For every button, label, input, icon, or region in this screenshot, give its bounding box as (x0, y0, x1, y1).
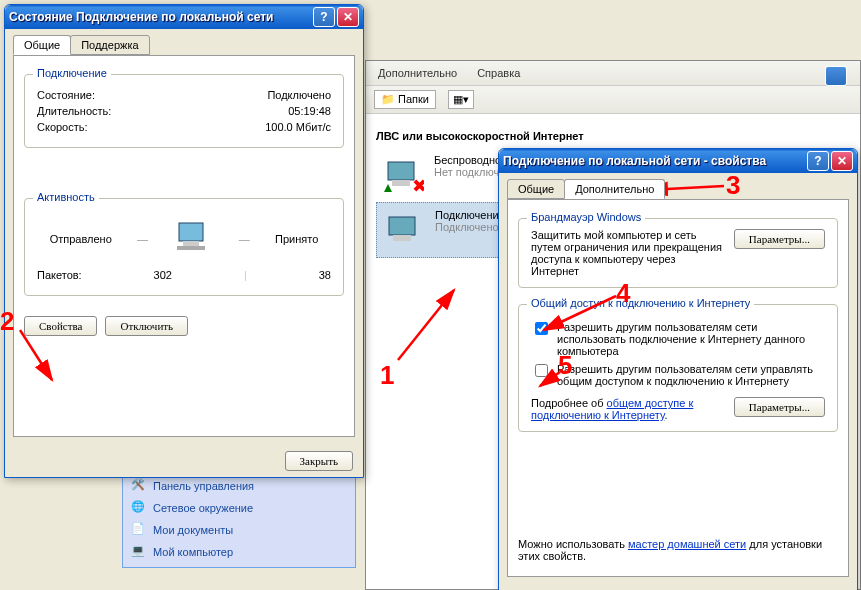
window-title: Состояние Подключение по локальной сети (9, 10, 311, 24)
tab-support[interactable]: Поддержка (70, 35, 149, 55)
checkbox-label: Разрешить другим пользователям сети испо… (557, 321, 825, 357)
annotation-1: 1 (380, 360, 394, 391)
tabs: Общие Поддержка (13, 35, 355, 55)
connection-group: Подключение Состояние:Подключено Длитель… (24, 74, 344, 148)
value: Подключено (267, 89, 331, 101)
close-dialog-button[interactable]: Закрыть (285, 451, 353, 471)
packets-sent: 302 (154, 269, 172, 281)
value: 100.0 Мбит/с (265, 121, 331, 133)
connection-status-window: Состояние Подключение по локальной сети … (4, 4, 364, 478)
help-button[interactable]: ? (313, 7, 335, 27)
allow-share-checkbox[interactable] (535, 322, 548, 335)
packets-label: Пакетов: (37, 269, 82, 281)
group-title: Активность (33, 191, 99, 203)
menu-item[interactable]: Дополнительно (374, 65, 461, 81)
annotation-2: 2 (0, 306, 14, 337)
group-title: Подключение (33, 67, 111, 79)
explorer-toolbar: 📁 Папки ▦▾ (366, 86, 860, 114)
ics-params-button[interactable]: Параметры... (734, 397, 825, 417)
menu-item[interactable]: Справка (473, 65, 524, 81)
sidebar-item-control-panel[interactable]: 🛠️Панель управления (127, 475, 351, 497)
folders-button[interactable]: 📁 Папки (374, 90, 436, 109)
svg-text:✖: ✖ (412, 176, 424, 196)
properties-button[interactable]: Свойства (24, 316, 97, 336)
value: 05:19:48 (288, 105, 331, 117)
disconnect-button[interactable]: Отключить (105, 316, 188, 336)
help-button[interactable]: ? (807, 151, 829, 171)
svg-rect-0 (388, 162, 414, 180)
annotation-5: 5 (558, 350, 572, 381)
svg-rect-6 (183, 241, 199, 246)
group-header: ЛВС или высокоскоростной Интернет (376, 130, 850, 142)
titlebar: Состояние Подключение по локальной сети … (5, 5, 363, 29)
computer-icon (173, 219, 213, 259)
tab-general[interactable]: Общие (13, 35, 71, 55)
firewall-desc: Защитить мой компьютер и сеть путем огра… (531, 229, 726, 277)
annotation-4: 4 (616, 278, 630, 309)
text: Подробнее об (531, 397, 607, 409)
sidebar-item-documents[interactable]: 📄Мои документы (127, 519, 351, 541)
firewall-params-button[interactable]: Параметры... (734, 229, 825, 249)
sidebar-item-computer[interactable]: 💻Мой компьютер (127, 541, 351, 563)
control-panel-icon: 🛠️ (131, 478, 147, 494)
lan-icon (383, 209, 425, 251)
explorer-menubar: Дополнительно Справка (366, 61, 860, 86)
activity-group: Активность Отправлено — — Принято Пакето… (24, 198, 344, 296)
sidebar-item-network[interactable]: 🌐Сетевое окружение (127, 497, 351, 519)
connection-properties-window: Подключение по локальной сети - свойства… (498, 148, 858, 590)
text: . (664, 409, 667, 421)
text: Можно использовать (518, 538, 628, 550)
annotation-3: 3 (726, 170, 740, 201)
view-button[interactable]: ▦▾ (448, 90, 474, 109)
group-title: Брандмауэр Windows (527, 211, 645, 223)
allow-control-checkbox[interactable] (535, 364, 548, 377)
svg-rect-4 (393, 235, 411, 241)
close-button[interactable]: ✕ (831, 151, 853, 171)
tab-general[interactable]: Общие (507, 179, 565, 199)
svg-rect-7 (177, 246, 205, 250)
svg-rect-3 (389, 217, 415, 235)
tab-advanced[interactable]: Дополнительно (564, 179, 665, 199)
checkbox-label: Разрешить другим пользователям сети упра… (557, 363, 825, 387)
firewall-group: Брандмауэр Windows Защитить мой компьюте… (518, 218, 838, 288)
svg-rect-1 (392, 180, 410, 186)
recv-label: Принято (275, 233, 318, 245)
tabs: Общие Дополнительно (507, 179, 849, 199)
close-button[interactable]: ✕ (337, 7, 359, 27)
network-places-icon: 🌐 (131, 500, 147, 516)
minimize-button[interactable] (825, 66, 847, 86)
svg-rect-5 (179, 223, 203, 241)
wireless-icon: ✖ (382, 154, 424, 196)
packets-recv: 38 (319, 269, 331, 281)
group-title: Общий доступ к подключению к Интернету (527, 297, 754, 309)
documents-icon: 📄 (131, 522, 147, 538)
label: Состояние: (37, 89, 95, 101)
titlebar: Подключение по локальной сети - свойства… (499, 149, 857, 173)
label: Скорость: (37, 121, 88, 133)
my-computer-icon: 💻 (131, 544, 147, 560)
home-network-wizard-link[interactable]: мастер домашней сети (628, 538, 746, 550)
sent-label: Отправлено (50, 233, 112, 245)
label: Длительность: (37, 105, 111, 117)
window-title: Подключение по локальной сети - свойства (503, 154, 805, 168)
